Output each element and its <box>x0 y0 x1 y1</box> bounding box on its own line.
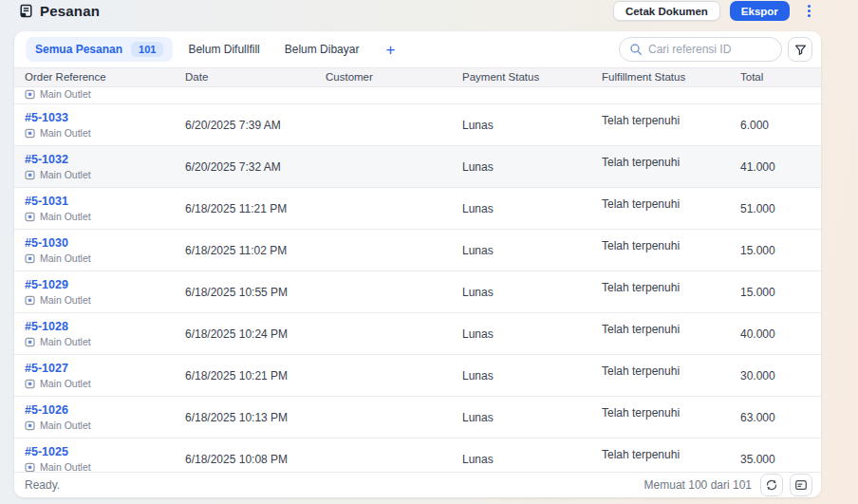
outlet-icon <box>25 337 35 347</box>
table-row[interactable]: #5-1028 Main Outlet 6/18/2025 10:24 PM L… <box>14 313 821 355</box>
order-reference-link[interactable]: #5-1031 <box>25 195 185 208</box>
outlet-icon <box>25 295 35 306</box>
order-total: 40.000 <box>740 327 821 341</box>
console-button[interactable] <box>790 474 812 496</box>
order-reference-link[interactable]: #5-1029 <box>25 278 185 291</box>
outlet-label: Main Outlet <box>25 169 185 180</box>
tab-belum-difullfill[interactable]: Belum Difullfill <box>178 38 269 61</box>
status-bar-right: Memuat 100 dari 101 <box>644 474 812 496</box>
column-header-fulfillment-status: Fulfillment Status <box>602 68 740 86</box>
outlet-icon <box>25 253 35 264</box>
outlet-label: Main Outlet <box>25 294 185 306</box>
order-reference-link[interactable]: #5-1033 <box>25 111 185 124</box>
title-wrap: Pesanan <box>19 1 100 21</box>
refresh-button[interactable] <box>760 474 783 496</box>
order-date: 6/18/2025 11:02 PM <box>185 244 326 257</box>
search-input[interactable] <box>648 43 772 56</box>
export-button[interactable]: Ekspor <box>730 1 790 21</box>
order-total: 63.000 <box>740 411 821 424</box>
outlet-icon <box>25 420 35 431</box>
fulfillment-status: Telah terpenuhi <box>602 406 740 420</box>
column-header-total: Total <box>740 68 821 86</box>
column-header-payment-status: Payment Status <box>462 68 602 86</box>
outlet-icon <box>25 212 35 222</box>
tab-belum-dibayar[interactable]: Belum Dibayar <box>275 38 369 61</box>
more-vertical-icon[interactable] <box>806 3 812 20</box>
outlet-label: Main Outlet <box>25 127 185 139</box>
print-documents-button[interactable]: Cetak Dokumen <box>613 1 720 21</box>
outlet-label: Main Outlet <box>25 378 185 389</box>
payment-status: Lunas <box>462 286 602 299</box>
column-header-date: Date <box>185 68 326 86</box>
order-date: 6/20/2025 7:32 AM <box>185 160 326 174</box>
order-total: 41.000 <box>740 160 821 174</box>
partial-table-row[interactable]: Main Outlet <box>14 87 821 104</box>
payment-status: Lunas <box>462 327 602 341</box>
search-box[interactable] <box>619 37 782 62</box>
outlet-label: Main Outlet <box>25 88 185 100</box>
table-row[interactable]: #5-1032 Main Outlet 6/20/2025 7:32 AM Lu… <box>14 146 821 188</box>
header-actions: Cetak Dokumen Ekspor <box>613 1 812 21</box>
order-total: 15.000 <box>740 286 821 299</box>
fulfillment-status: Telah terpenuhi <box>602 156 740 169</box>
order-reference-link[interactable]: #5-1026 <box>25 403 185 417</box>
tab-count-badge: 101 <box>131 42 163 57</box>
page-title: Pesanan <box>40 3 100 19</box>
table-body: Main Outlet #5-1033 Main Outlet 6/20/202… <box>14 87 821 472</box>
order-reference-link[interactable]: #5-1027 <box>25 362 185 375</box>
outlet-label: Main Outlet <box>25 252 185 264</box>
table-row[interactable]: #5-1025 Main Outlet 6/18/2025 10:08 PM L… <box>14 439 821 472</box>
fulfillment-status: Telah terpenuhi <box>602 239 740 252</box>
table-row[interactable]: #5-1026 Main Outlet 6/18/2025 10:13 PM L… <box>14 397 821 439</box>
outlet-icon <box>25 462 35 473</box>
filter-button[interactable] <box>788 37 812 62</box>
payment-status: Lunas <box>462 202 602 215</box>
order-total: 51.000 <box>740 202 821 215</box>
table-row[interactable]: #5-1027 Main Outlet 6/18/2025 10:21 PM L… <box>14 355 821 397</box>
orders-icon <box>19 4 33 18</box>
outlet-label: Main Outlet <box>25 420 185 431</box>
payment-status: Lunas <box>462 453 602 466</box>
fulfillment-status: Telah terpenuhi <box>602 323 740 336</box>
payment-status: Lunas <box>462 160 602 174</box>
order-reference-link[interactable]: #5-1030 <box>25 236 185 250</box>
order-reference-link[interactable]: #5-1032 <box>25 153 185 166</box>
refresh-icon <box>765 478 778 492</box>
add-tab-button[interactable]: + <box>385 42 395 58</box>
payment-status: Lunas <box>462 411 602 424</box>
outlet-icon <box>25 379 35 389</box>
search-icon <box>629 43 643 56</box>
status-text: Ready. <box>25 478 60 492</box>
table-row[interactable]: #5-1030 Main Outlet 6/18/2025 11:02 PM L… <box>14 230 821 271</box>
table-row[interactable]: #5-1029 Main Outlet 6/18/2025 10:55 PM L… <box>14 271 821 313</box>
order-date: 6/18/2025 10:24 PM <box>185 327 326 341</box>
order-reference-link[interactable]: #5-1028 <box>25 320 185 333</box>
fulfillment-status: Telah terpenuhi <box>602 448 740 461</box>
order-total: 6.000 <box>740 119 821 132</box>
order-total: 35.000 <box>740 453 821 466</box>
payment-status: Lunas <box>462 244 602 257</box>
outlet-label: Main Outlet <box>25 461 185 472</box>
order-date: 6/18/2025 10:13 PM <box>185 411 326 424</box>
order-date: 6/18/2025 11:21 PM <box>185 202 326 215</box>
outlet-icon <box>25 89 35 100</box>
order-total: 15.000 <box>740 244 821 257</box>
payment-status: Lunas <box>462 119 602 132</box>
table-row[interactable]: #5-1031 Main Outlet 6/18/2025 11:21 PM L… <box>14 188 821 230</box>
column-header-order-reference: Order Reference <box>25 68 185 86</box>
fulfillment-status: Telah terpenuhi <box>602 364 740 378</box>
page-header: Pesanan Cetak Dokumen Ekspor <box>0 0 858 31</box>
tabs: Semua Pesanan 101 Belum Difullfill Belum… <box>26 37 395 62</box>
status-bar: Ready. Memuat 100 dari 101 <box>14 472 821 497</box>
outlet-icon <box>25 170 35 180</box>
order-reference-link[interactable]: #5-1025 <box>25 445 185 458</box>
console-icon <box>794 478 808 492</box>
fulfillment-status: Telah terpenuhi <box>602 197 740 211</box>
fulfillment-status: Telah terpenuhi <box>602 114 740 127</box>
order-total: 30.000 <box>740 369 821 383</box>
outlet-icon <box>25 128 35 139</box>
outlet-label: Main Outlet <box>25 211 185 222</box>
tab-semua-pesanan[interactable]: Semua Pesanan 101 <box>26 37 173 62</box>
order-date: 6/20/2025 7:39 AM <box>185 119 326 132</box>
table-row[interactable]: #5-1033 Main Outlet 6/20/2025 7:39 AM Lu… <box>14 104 821 146</box>
